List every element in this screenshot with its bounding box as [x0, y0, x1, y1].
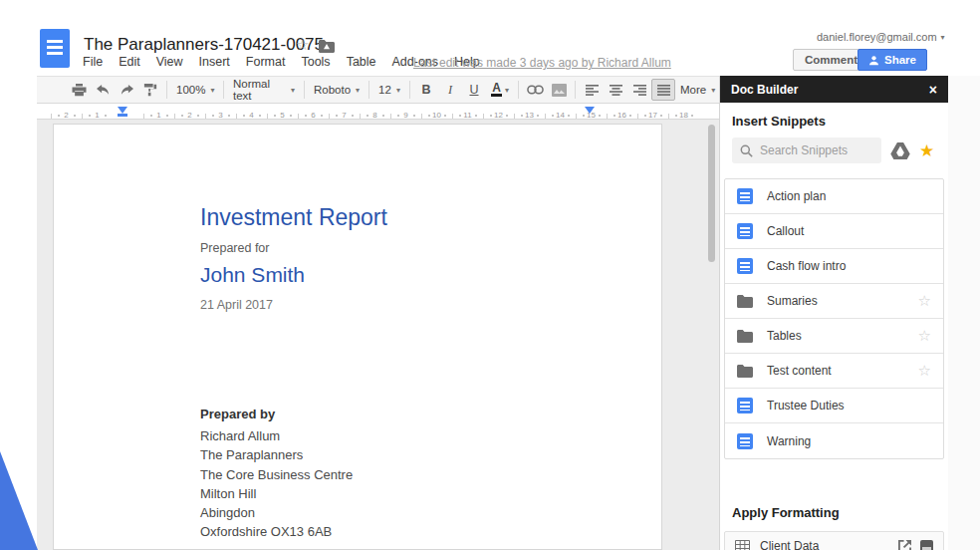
- snippet-label: Action plan: [767, 189, 826, 203]
- table-grid-icon: [735, 540, 750, 550]
- account-menu[interactable]: daniel.florey@gmail.com ▾: [817, 31, 945, 43]
- paragraph-style-select[interactable]: Normal text ▾: [228, 79, 300, 101]
- menu-item[interactable]: Tools: [301, 55, 330, 69]
- star-outline-icon[interactable]: ☆: [918, 362, 931, 380]
- drive-icon[interactable]: [890, 142, 910, 159]
- formatting-row-actions: [898, 540, 933, 550]
- menu-item[interactable]: Edit: [119, 55, 140, 69]
- toolbar-separator: [166, 81, 167, 99]
- document-title[interactable]: The Paraplanners-170421-0075: [84, 35, 324, 55]
- undo-button[interactable]: [91, 79, 115, 101]
- menu-item[interactable]: File: [83, 55, 103, 69]
- redo-button[interactable]: [115, 79, 138, 101]
- toolbar-separator: [518, 81, 519, 99]
- toolbar-separator: [409, 81, 410, 99]
- snippet-row[interactable]: Cash flow intro: [725, 249, 943, 284]
- chevron-down-icon: ▾: [291, 86, 295, 95]
- snippet-label: Test content: [767, 364, 832, 378]
- chevron-down-icon: ▾: [210, 86, 214, 95]
- font-size-select[interactable]: 12 ▾: [373, 79, 405, 101]
- folder-icon: [737, 330, 753, 343]
- last-edit-link[interactable]: Last edit was made 3 days ago by Richard…: [413, 56, 671, 70]
- address-line: The Core Business Centre: [200, 465, 353, 484]
- search-input[interactable]: [760, 143, 869, 157]
- chevron-down-icon: ▾: [396, 86, 400, 95]
- star-icon[interactable]: ☆: [296, 36, 309, 54]
- document-canvas: Investment Report Prepared for John Smit…: [37, 120, 719, 550]
- font-family-select[interactable]: Roboto ▾: [309, 79, 365, 101]
- share-label: Share: [884, 54, 916, 66]
- toolbar: 100% ▾ Normal text ▾ Roboto ▾ 12 ▾ B I U…: [37, 76, 719, 104]
- menu-item[interactable]: Format: [246, 55, 286, 69]
- share-button[interactable]: Share: [858, 49, 927, 71]
- left-indent-marker[interactable]: [118, 107, 127, 114]
- star-outline-icon[interactable]: ☆: [918, 292, 931, 310]
- zoom-select[interactable]: 100% ▾: [171, 79, 219, 101]
- star-outline-icon[interactable]: ☆: [918, 327, 931, 345]
- snippet-list: Action plan Callout Cash flow intro Suma…: [724, 178, 944, 459]
- toolbar-separator: [575, 81, 576, 99]
- person-icon: [868, 55, 879, 66]
- account-email: daniel.florey@gmail.com: [817, 31, 937, 43]
- sidebar-header: Doc Builder ×: [720, 76, 948, 103]
- zoom-value: 100%: [176, 84, 205, 96]
- search-box[interactable]: [732, 138, 881, 163]
- more-menu-button[interactable]: More ▾: [675, 79, 719, 101]
- folder-icon: [737, 295, 753, 308]
- document-page[interactable]: Investment Report Prepared for John Smit…: [53, 124, 662, 550]
- address-block: Richard AllumThe ParaplannersThe Core Bu…: [200, 426, 353, 542]
- close-icon[interactable]: ×: [929, 83, 937, 97]
- align-right-button[interactable]: [627, 79, 651, 101]
- italic-button[interactable]: I: [438, 79, 462, 101]
- snippet-label: Sumaries: [767, 294, 818, 308]
- apply-formatting-heading: Apply Formatting: [732, 505, 936, 520]
- right-indent-marker[interactable]: [585, 107, 595, 114]
- scrollbar-thumb[interactable]: [708, 125, 715, 262]
- bold-button[interactable]: B: [414, 79, 438, 101]
- color-swatch-bar: [491, 94, 502, 97]
- formatting-item-row[interactable]: Client Data: [724, 531, 944, 550]
- snippet-row[interactable]: Action plan: [725, 179, 943, 214]
- print-button[interactable]: [67, 79, 91, 101]
- bold-glyph: B: [421, 83, 430, 97]
- align-justify-button[interactable]: [651, 79, 675, 101]
- snippet-row[interactable]: Warning: [725, 423, 943, 458]
- toolbar-separator: [223, 81, 224, 99]
- menu-item[interactable]: View: [156, 55, 183, 69]
- snippet-row[interactable]: Trustee Duties: [725, 389, 943, 423]
- snippet-row[interactable]: Callout: [725, 214, 943, 249]
- chevron-down-icon: ▾: [941, 33, 945, 42]
- docs-logo[interactable]: [40, 29, 70, 68]
- menu-item[interactable]: Insert: [199, 55, 230, 69]
- chevron-down-icon: ▾: [711, 86, 715, 95]
- doc-builder-sidebar: Doc Builder × Insert Snippets ★ Action p…: [719, 76, 948, 550]
- text-color-button[interactable]: A ▾: [486, 79, 514, 101]
- letter-a: A: [492, 83, 501, 93]
- apply-format-icon[interactable]: [920, 540, 933, 550]
- insert-image-button[interactable]: [547, 79, 571, 101]
- formatting-item-label: Client Data: [760, 539, 819, 550]
- menu-item[interactable]: Table: [347, 55, 376, 69]
- favorites-star-icon[interactable]: ★: [919, 142, 934, 159]
- sidebar-gutter: [948, 76, 980, 550]
- underline-button[interactable]: U: [462, 79, 486, 101]
- font-size-value: 12: [378, 84, 391, 96]
- align-center-button[interactable]: [604, 79, 627, 101]
- prepared-for-label: Prepared for: [200, 241, 269, 255]
- snippet-row[interactable]: Tables ☆: [725, 319, 943, 354]
- toolbar-separator: [368, 81, 369, 99]
- snippet-row[interactable]: Sumaries ☆: [725, 284, 943, 319]
- snippet-label: Callout: [767, 224, 804, 238]
- move-to-folder-icon[interactable]: [319, 40, 335, 53]
- google-docs-app: The Paraplanners-170421-0075 ☆ FileEditV…: [0, 0, 980, 550]
- doc-heading: Investment Report: [200, 204, 387, 231]
- snippet-row[interactable]: Test content ☆: [725, 354, 943, 389]
- address-line: Abingdon: [200, 503, 353, 522]
- chevron-down-icon: ▾: [505, 86, 509, 95]
- insert-link-button[interactable]: [523, 79, 547, 101]
- text-color-glyph: A: [491, 83, 502, 97]
- search-icon: [740, 144, 753, 157]
- paint-format-button[interactable]: [138, 79, 162, 101]
- open-in-new-icon[interactable]: [898, 540, 911, 550]
- align-left-button[interactable]: [580, 79, 604, 101]
